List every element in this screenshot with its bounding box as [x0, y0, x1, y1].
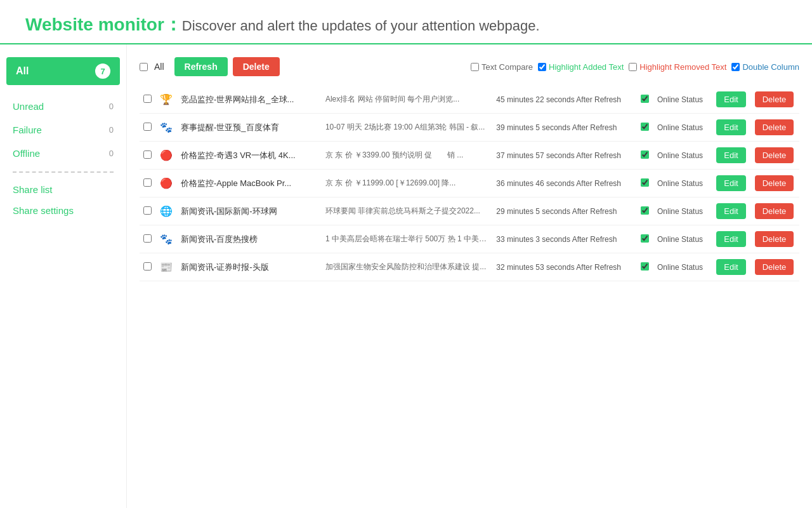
- delete-all-button[interactable]: Delete: [233, 57, 280, 76]
- row-time-7: 32 minutes 53 seconds After Refresh: [492, 253, 637, 281]
- highlight-added-checkbox[interactable]: [538, 63, 546, 71]
- monitor-table: 🏆 竞品监控-世界网站排名_全球... Alex排名 网站 停留时间 每个用户浏…: [140, 86, 799, 281]
- online-status-checkbox-1[interactable]: [641, 95, 649, 103]
- highlight-removed-option[interactable]: Highlight Removed Text: [629, 62, 726, 72]
- sidebar-item-unread[interactable]: Unread 0: [0, 95, 126, 118]
- delete-button-7[interactable]: Delete: [755, 259, 794, 275]
- row-delete-cell-4: Delete: [751, 170, 799, 197]
- edit-button-2[interactable]: Edit: [716, 119, 745, 135]
- highlight-added-label: Highlight Added Text: [549, 62, 624, 72]
- row-name-4: 价格监控-Apple MacBook Pr...: [177, 170, 322, 197]
- sidebar-failure-label: Failure: [13, 124, 42, 135]
- row-status-label-7: Online Status: [653, 253, 712, 281]
- sidebar-all-badge: 7: [95, 64, 110, 79]
- edit-button-7[interactable]: Edit: [716, 259, 745, 275]
- edit-button-1[interactable]: Edit: [716, 91, 745, 107]
- row-checkbox-5[interactable]: [143, 206, 152, 215]
- edit-button-5[interactable]: Edit: [716, 203, 745, 219]
- row-time-6: 33 minutes 3 seconds After Refresh: [492, 225, 637, 253]
- text-compare-label: Text Compare: [481, 62, 533, 72]
- row-time-4: 36 minutes 46 seconds After Refresh: [492, 170, 637, 197]
- table-row: 🔴 价格监控-Apple MacBook Pr... 京 东 价 ￥11999.…: [140, 170, 799, 197]
- delete-button-2[interactable]: Delete: [755, 119, 794, 135]
- header: Website monitor：Discover and alert the u…: [0, 0, 812, 44]
- row-checkbox-4[interactable]: [143, 178, 152, 187]
- row-checkbox-2[interactable]: [143, 123, 152, 131]
- row-name-5: 新闻资讯-国际新闻-环球网: [177, 197, 322, 225]
- toolbar: All Refresh Delete Text Compare Highligh…: [140, 57, 799, 76]
- edit-button-3[interactable]: Edit: [716, 147, 745, 163]
- double-column-checkbox[interactable]: [731, 63, 740, 71]
- row-delete-cell-2: Delete: [751, 114, 799, 142]
- row-status-label-3: Online Status: [653, 142, 712, 170]
- sidebar: All 7 Unread 0 Failure 0 Offline 0 Share…: [0, 44, 127, 508]
- row-icon-cell: 🐾: [156, 225, 177, 253]
- online-status-checkbox-3[interactable]: [641, 150, 649, 159]
- row-checkbox-7[interactable]: [143, 262, 152, 271]
- sidebar-unread-count: 0: [109, 102, 114, 111]
- table-row: 🏆 竞品监控-世界网站排名_全球... Alex排名 网站 停留时间 每个用户浏…: [140, 86, 799, 114]
- text-compare-checkbox[interactable]: [471, 63, 479, 71]
- online-status-checkbox-6[interactable]: [641, 234, 649, 243]
- row-delete-cell-5: Delete: [751, 197, 799, 225]
- sidebar-offline-count: 0: [109, 149, 114, 158]
- site-icon-5: 🌐: [160, 206, 173, 217]
- row-time-5: 29 minutes 5 seconds After Refresh: [492, 197, 637, 225]
- row-checkbox-6[interactable]: [143, 234, 152, 243]
- sidebar-item-failure[interactable]: Failure 0: [0, 118, 126, 142]
- row-content-4: 京 东 价 ￥11999.00 [￥12699.00] 降...: [322, 170, 492, 197]
- row-icon-cell: 🔴: [156, 142, 177, 170]
- app-subtitle: Discover and alert the updates of your a…: [182, 18, 540, 34]
- row-status-label-6: Online Status: [653, 225, 712, 253]
- edit-button-6[interactable]: Edit: [716, 231, 745, 247]
- row-icon-cell: 📰: [156, 253, 177, 281]
- table-row: 🐾 新闻资讯-百度热搜榜 1 中美高层会晤将在瑞士举行 500万 热 1 中美高…: [140, 225, 799, 253]
- online-status-checkbox-4[interactable]: [641, 178, 649, 187]
- sidebar-share-settings[interactable]: Share settings: [0, 200, 126, 221]
- row-name-2: 赛事提醒-世亚预_百度体育: [177, 114, 322, 142]
- sidebar-share-list[interactable]: Share list: [0, 179, 126, 200]
- row-edit-cell-4: Edit: [712, 170, 751, 197]
- delete-button-3[interactable]: Delete: [755, 147, 794, 163]
- row-time-3: 37 minutes 57 seconds After Refresh: [492, 142, 637, 170]
- row-status-label-5: Online Status: [653, 197, 712, 225]
- online-status-checkbox-2[interactable]: [641, 123, 649, 131]
- row-content-6: 1 中美高层会晤将在瑞士举行 500万 热 1 中美高层...: [322, 225, 492, 253]
- online-status-checkbox-7[interactable]: [641, 262, 649, 271]
- row-edit-cell-1: Edit: [712, 86, 751, 114]
- online-status-checkbox-5[interactable]: [641, 206, 649, 215]
- delete-button-1[interactable]: Delete: [755, 91, 794, 107]
- highlight-removed-checkbox[interactable]: [629, 63, 637, 71]
- row-status-label-1: Online Status: [653, 86, 712, 114]
- row-delete-cell-1: Delete: [751, 86, 799, 114]
- edit-button-4[interactable]: Edit: [716, 175, 745, 191]
- delete-button-5[interactable]: Delete: [755, 203, 794, 219]
- site-icon-1: 🏆: [160, 94, 173, 105]
- delete-button-6[interactable]: Delete: [755, 231, 794, 247]
- text-compare-option[interactable]: Text Compare: [471, 62, 533, 72]
- toolbar-select-all-checkbox[interactable]: [140, 63, 148, 71]
- row-status-check-cell-5: [637, 197, 653, 225]
- table-row: 🔴 价格监控-奇遇3 VR一体机 4K... 京 东 价 ￥3399.00 预约…: [140, 142, 799, 170]
- double-column-option[interactable]: Double Column: [731, 62, 799, 72]
- row-name-1: 竞品监控-世界网站排名_全球...: [177, 86, 322, 114]
- sidebar-offline-label: Offline: [13, 148, 40, 159]
- row-checkbox-1[interactable]: [143, 95, 152, 103]
- table-row: 🌐 新闻资讯-国际新闻-环球网 环球要闻 菲律宾前总统马科斯之子提交2022..…: [140, 197, 799, 225]
- sidebar-item-offline[interactable]: Offline 0: [0, 142, 126, 165]
- row-checkbox-3[interactable]: [143, 150, 152, 159]
- main-panel: All Refresh Delete Text Compare Highligh…: [127, 44, 812, 508]
- sidebar-all-button[interactable]: All 7: [6, 57, 120, 85]
- sidebar-unread-label: Unread: [13, 101, 44, 112]
- sidebar-divider: [13, 171, 114, 173]
- row-status-check-cell-4: [637, 170, 653, 197]
- refresh-button[interactable]: Refresh: [174, 57, 228, 76]
- row-name-3: 价格监控-奇遇3 VR一体机 4K...: [177, 142, 322, 170]
- row-edit-cell-6: Edit: [712, 225, 751, 253]
- row-content-7: 加强国家生物安全风险防控和治理体系建设 提...: [322, 253, 492, 281]
- row-delete-cell-3: Delete: [751, 142, 799, 170]
- delete-button-4[interactable]: Delete: [755, 175, 794, 191]
- highlight-added-option[interactable]: Highlight Added Text: [538, 62, 624, 72]
- row-icon-cell: 🌐: [156, 197, 177, 225]
- row-status-label-2: Online Status: [653, 114, 712, 142]
